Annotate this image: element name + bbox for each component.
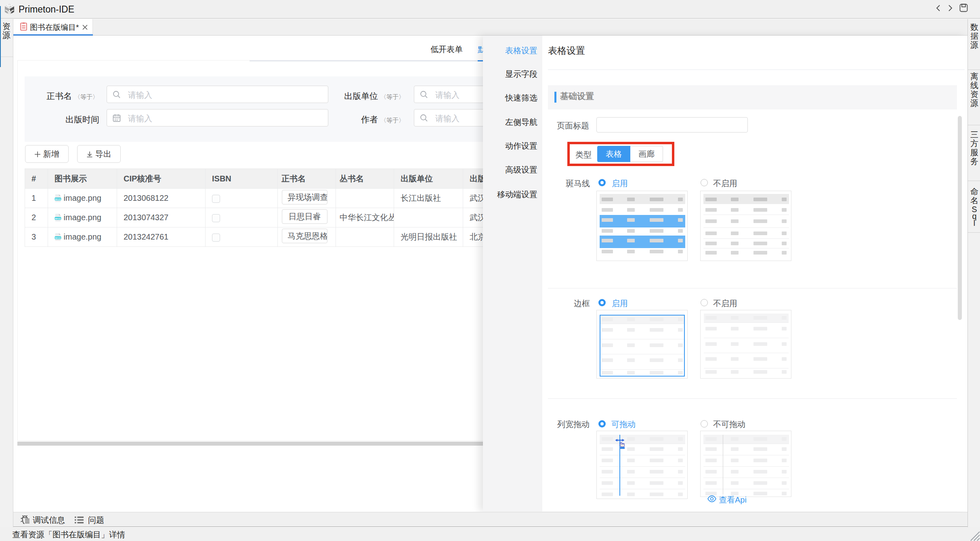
svg-text:IMAGE: IMAGE: [55, 218, 61, 220]
svg-text:IMAGE: IMAGE: [55, 237, 61, 239]
svg-text:IMAGE: IMAGE: [55, 198, 61, 200]
